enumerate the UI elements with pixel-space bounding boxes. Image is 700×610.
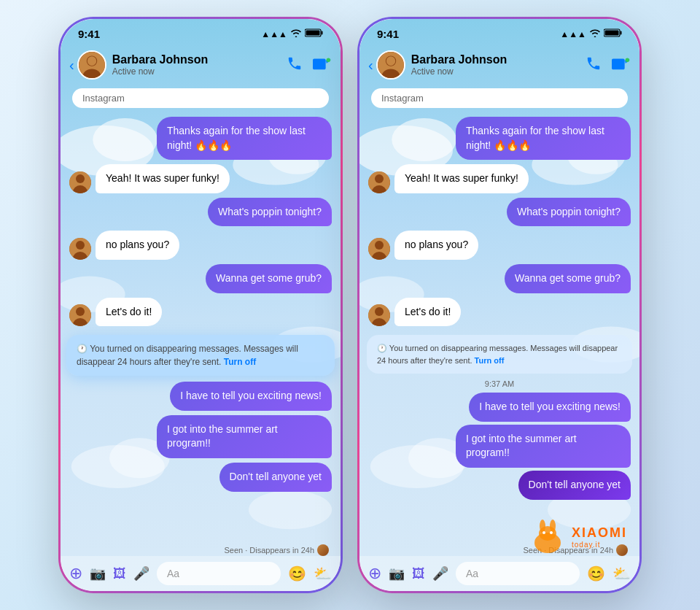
left-avatar [77,50,106,80]
sent-bubble: Wanna get some grub? [505,264,631,293]
svg-point-56 [542,531,545,534]
msg-row: Wanna get some grub? [69,264,332,293]
right-phone-screen: 9:41 ▲▲▲ ‹ [359,19,639,591]
left-contact-name: Barbara Johnson [112,53,287,66]
msg-row: Wanna get some grub? [368,264,631,293]
add-icon[interactable]: ⊕ [69,564,82,583]
left-message-input[interactable]: Aa [157,562,281,585]
msg-row: Yeah! It was super funky! [69,164,332,193]
right-time: 9:41 [377,28,399,40]
sent-bubble: Thanks again for the show last night! 🔥🔥… [157,117,332,160]
sticker-icon[interactable]: ⛅ [314,565,332,582]
msg-row: Yeah! It was super funky! [368,164,631,193]
left-wifi-icon [290,28,302,39]
msg-row: Don't tell anyone yet [368,471,631,500]
svg-point-57 [550,531,553,534]
left-contact-status: Active now [112,66,287,77]
right-phone-wrapper: 9:41 ▲▲▲ ‹ [357,17,642,593]
left-phone-wrapper: 9:41 ▲▲▲ ‹ [58,17,343,593]
right-phone-call-icon[interactable] [586,55,602,75]
msg-row: Thanks again for the show last night! 🔥🔥… [69,117,332,160]
received-avatar [69,304,91,326]
seen-avatar [317,544,329,556]
right-video-call-icon[interactable] [612,55,631,75]
right-battery-icon [604,28,622,39]
left-seen-label: Seen · Disappears in 24h [61,544,341,556]
msg-row: no plans you? [368,231,631,260]
sent-bubble: Don't tell anyone yet [518,471,631,500]
right-phone: 9:41 ▲▲▲ ‹ [357,17,642,593]
msg-row: I have to tell you exciting news! [69,382,332,411]
svg-point-42 [626,58,630,62]
emoji-icon[interactable]: 😊 [288,565,306,582]
mic-icon[interactable]: 🎤 [432,565,448,582]
received-bubble: Let's do it! [96,298,162,327]
disappear-text: You turned on disappearing messages. Mes… [77,344,298,367]
msg-row: I got into the summer art program!! [69,415,332,458]
xiaomi-site-text: today.it [572,541,627,549]
left-turn-off-link[interactable]: Turn off [224,357,256,367]
right-turn-off-link[interactable]: Turn off [475,356,505,365]
svg-rect-36 [621,31,622,35]
received-avatar [69,171,91,193]
svg-point-44 [375,174,384,183]
left-status-icons: ▲▲▲ [261,28,323,39]
image-icon[interactable]: 🖼 [412,566,425,582]
left-header-actions [287,55,332,75]
msg-row: Let's do it! [368,298,631,327]
left-time: 9:41 [78,28,100,40]
left-phone-call-icon[interactable] [287,55,303,75]
svg-point-24 [76,307,85,316]
left-video-call-icon[interactable] [313,55,332,75]
right-phone-content: 9:41 ▲▲▲ ‹ [359,19,639,591]
left-phone-content: 9:41 ▲▲▲ ‹ [61,19,341,591]
svg-rect-10 [322,31,323,35]
svg-point-55 [550,520,556,533]
right-messages-area: Thanks again for the show last night! 🔥🔥… [359,111,639,332]
sent-bubble: I got into the summer art program!! [456,425,631,468]
left-status-bar: 9:41 ▲▲▲ [61,19,341,45]
left-back-button[interactable]: ‹ [69,57,74,74]
svg-point-21 [76,241,85,250]
right-header-actions [586,55,631,75]
svg-rect-37 [605,31,619,36]
right-contact-status: Active now [411,66,586,77]
add-icon[interactable]: ⊕ [368,564,381,583]
sent-bubble: What's poppin tonight? [208,198,332,227]
received-bubble: Let's do it! [394,298,461,327]
right-message-input[interactable]: Aa [456,562,580,585]
left-instagram-bar: Instagram [72,88,329,108]
received-bubble: no plans you? [394,231,478,260]
msg-row: Let's do it! [69,298,332,327]
camera-icon[interactable]: 📷 [90,565,106,582]
right-back-button[interactable]: ‹ [368,57,373,74]
left-input-bar: ⊕ 📷 🖼 🎤 Aa 😊 ⛅ [61,556,341,591]
mic-icon[interactable]: 🎤 [133,565,149,582]
left-messages-area: Thanks again for the show last night! 🔥🔥… [61,111,341,332]
camera-icon[interactable]: 📷 [389,565,405,582]
svg-rect-11 [306,31,320,36]
received-avatar [69,238,91,260]
right-status-bar: 9:41 ▲▲▲ [359,19,639,45]
received-bubble: Yeah! It was super funky! [96,164,230,193]
emoji-icon[interactable]: 😊 [587,565,605,582]
received-bubble: Yeah! It was super funky! [394,164,529,193]
left-signal-icon: ▲▲▲ [261,29,287,39]
received-bubble: no plans you? [96,231,179,260]
right-avatar [376,50,405,80]
msg-row: no plans you? [69,231,332,260]
left-contact-info: Barbara Johnson Active now [112,53,287,77]
sent-bubble: What's poppin tonight? [507,198,631,227]
svg-point-47 [375,241,384,250]
svg-point-16 [327,58,331,62]
right-contact-info: Barbara Johnson Active now [411,53,586,77]
xiaomi-watermark: XIAOMI today.it [529,517,627,557]
right-instagram-bar: Instagram [371,88,628,108]
received-avatar [368,171,390,193]
image-icon[interactable]: 🖼 [113,566,126,582]
sticker-icon[interactable]: ⛅ [612,565,631,582]
xiaomi-brand-text: XIAOMI [572,525,627,541]
right-chat-header: ‹ Barbara Johnson Active now [359,45,639,85]
sent-bubble: Thanks again for the show last night! 🔥🔥… [456,117,631,160]
clock-icon: 🕐 [77,344,88,354]
